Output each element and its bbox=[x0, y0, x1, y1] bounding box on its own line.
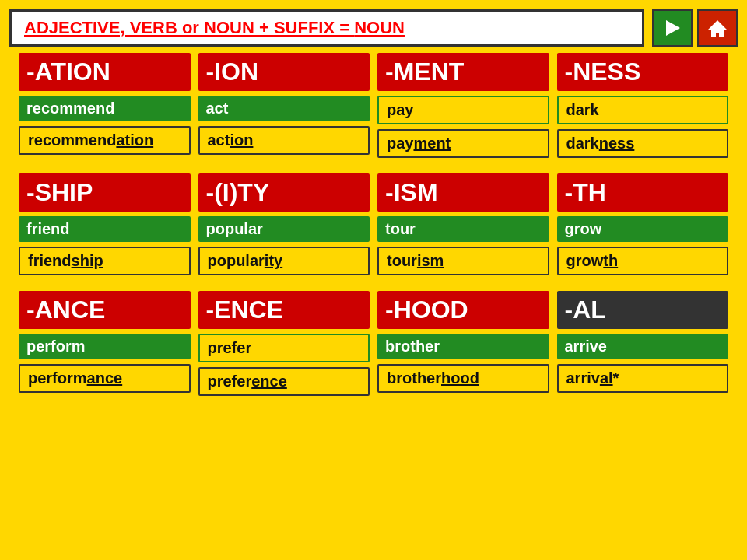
suffix-label: -SHIP bbox=[19, 173, 191, 212]
result-word: arrival* bbox=[557, 364, 729, 393]
section-row1: -ATIONrecommendrecommendation-IONactacti… bbox=[19, 53, 728, 158]
title-underline: NOUN bbox=[354, 18, 405, 37]
suffix-label: -MENT bbox=[377, 53, 549, 91]
result-word: darkness bbox=[557, 129, 729, 158]
card-ance: -ANCEperformperformance bbox=[19, 291, 191, 396]
play-button[interactable] bbox=[652, 9, 693, 47]
suffix-label: -ISM bbox=[377, 173, 549, 212]
result-word: preference bbox=[198, 367, 370, 396]
suffix-label: -TH bbox=[557, 173, 729, 212]
card-ence: -ENCEpreferpreference bbox=[198, 291, 370, 396]
suffix-label: -NESS bbox=[557, 53, 729, 91]
result-word: friendship bbox=[19, 247, 191, 275]
result-word: popularity bbox=[198, 247, 370, 275]
suffix-label: -AL bbox=[557, 291, 729, 329]
base-word: friend bbox=[19, 216, 191, 242]
svg-marker-1 bbox=[708, 20, 727, 37]
base-word: recommend bbox=[19, 96, 191, 121]
base-word: brother bbox=[377, 334, 549, 359]
title-text: ADJECTIVE, VERB or NOUN + SUFFIX = bbox=[24, 18, 354, 37]
suffix-label: -ANCE bbox=[19, 291, 191, 329]
card-th: -THgrowgrowth bbox=[557, 173, 729, 275]
section-row3: -ANCEperformperformance-ENCEpreferprefer… bbox=[19, 291, 728, 396]
card-ation: -ATIONrecommendrecommendation bbox=[19, 53, 191, 158]
base-word: dark bbox=[557, 96, 729, 124]
result-word: payment bbox=[377, 129, 549, 158]
base-word: act bbox=[198, 96, 370, 121]
header: ADJECTIVE, VERB or NOUN + SUFFIX = NOUN bbox=[9, 9, 738, 47]
card-hood: -HOODbrotherbrotherhood bbox=[377, 291, 549, 396]
base-word: popular bbox=[198, 216, 370, 242]
result-word: tourism bbox=[377, 247, 549, 275]
card-ment: -MENTpaypayment bbox=[377, 53, 549, 158]
svg-marker-0 bbox=[666, 20, 680, 36]
section-row2: -SHIPfriendfriendship-(I)TYpopularpopula… bbox=[19, 173, 728, 275]
home-icon bbox=[707, 17, 728, 39]
card-ness: -NESSdarkdarkness bbox=[557, 53, 729, 158]
base-word: grow bbox=[557, 216, 729, 242]
result-word: recommendation bbox=[19, 126, 191, 155]
result-word: brotherhood bbox=[377, 364, 549, 393]
suffix-label: -ATION bbox=[19, 53, 191, 91]
play-icon bbox=[661, 17, 683, 39]
base-word: perform bbox=[19, 334, 191, 359]
nav-buttons bbox=[652, 9, 738, 47]
result-word: growth bbox=[557, 247, 729, 275]
base-word: pay bbox=[377, 96, 549, 124]
base-word: arrive bbox=[557, 334, 729, 359]
base-word: tour bbox=[377, 216, 549, 242]
title-box: ADJECTIVE, VERB or NOUN + SUFFIX = NOUN bbox=[9, 9, 644, 47]
suffix-label: -ENCE bbox=[198, 291, 370, 329]
base-word: prefer bbox=[198, 334, 370, 362]
card-ity: -(I)TYpopularpopularity bbox=[198, 173, 370, 275]
result-word: performance bbox=[19, 364, 191, 393]
card-ship: -SHIPfriendfriendship bbox=[19, 173, 191, 275]
suffix-label: -ION bbox=[198, 53, 370, 91]
suffix-label: -HOOD bbox=[377, 291, 549, 329]
suffix-label: -(I)TY bbox=[198, 173, 370, 212]
card-al: -ALarrivearrival* bbox=[557, 291, 729, 396]
result-word: action bbox=[198, 126, 370, 155]
card-ism: -ISMtourtourism bbox=[377, 173, 549, 275]
home-button[interactable] bbox=[697, 9, 738, 47]
card-ion: -IONactaction bbox=[198, 53, 370, 158]
